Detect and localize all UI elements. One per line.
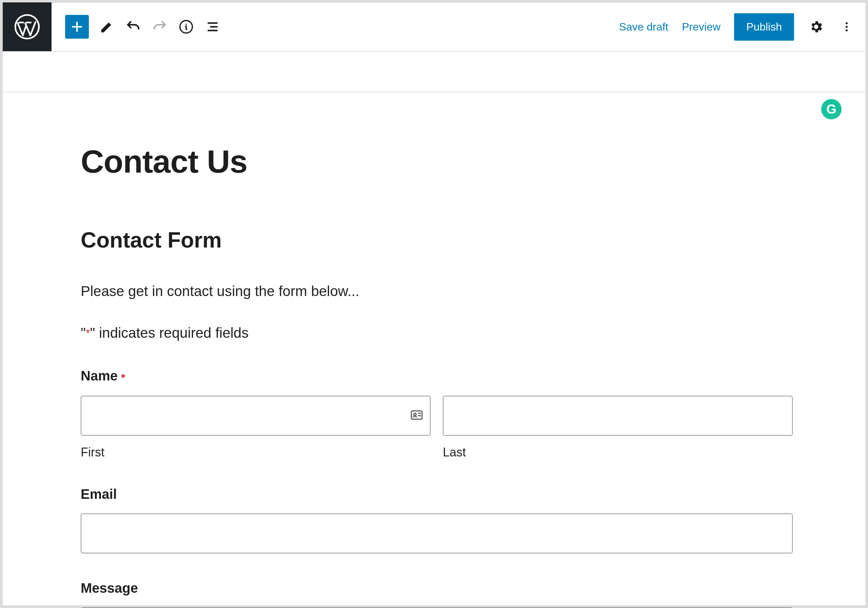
required-prefix: " [81,325,86,341]
first-name-sublabel: First [81,445,431,459]
last-name-input[interactable] [443,396,793,436]
undo-button[interactable] [125,18,142,35]
message-label-text: Message [81,580,138,596]
required-fields-note: "*" indicates required fields [81,325,793,341]
svg-point-3 [846,26,848,28]
contact-card-icon [409,408,424,423]
asterisk-icon: * [121,372,125,384]
editor-canvas: G Contact Us Contact Form Please get in … [3,92,865,608]
svg-point-6 [414,413,416,416]
wp-logo-button[interactable] [3,2,51,51]
document-outline-button[interactable] [204,18,221,35]
form-intro-text[interactable]: Please get in contact using the form bel… [81,283,793,299]
settings-button[interactable] [808,18,825,35]
publish-button[interactable]: Publish [734,13,794,41]
grammarly-icon[interactable]: G [821,99,842,119]
svg-point-2 [846,22,848,25]
edit-mode-button[interactable] [98,18,115,35]
message-label: Message [81,580,793,596]
redo-button[interactable] [151,18,168,35]
email-label: Email [81,487,793,502]
info-button[interactable] [178,18,195,35]
first-name-input[interactable] [81,396,431,436]
email-input[interactable] [81,513,793,554]
more-options-button[interactable] [838,18,855,35]
name-label-text: Name [81,368,118,383]
editor-toolbar: Save draft Preview Publish [3,3,865,51]
add-block-button[interactable] [65,15,89,39]
svg-point-4 [846,29,848,31]
email-label-text: Email [81,487,117,502]
block-toolbar-placeholder [3,51,865,92]
page-title[interactable]: Contact Us [81,143,793,180]
preview-button[interactable]: Preview [682,21,721,33]
name-label: Name * [81,368,793,383]
form-heading[interactable]: Contact Form [81,228,793,253]
required-suffix: " indicates required fields [90,325,248,341]
asterisk-icon: * [86,327,90,339]
save-draft-button[interactable]: Save draft [619,21,668,33]
last-name-sublabel: Last [443,445,793,459]
